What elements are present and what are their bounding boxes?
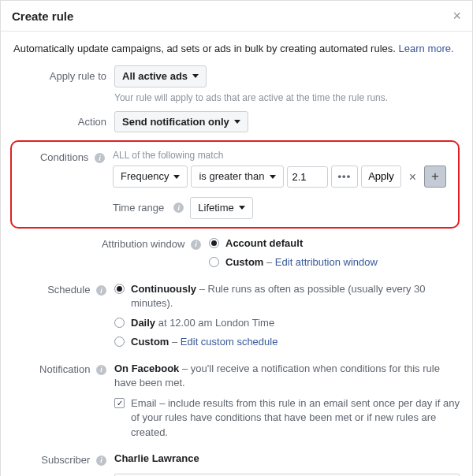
action-dropdown[interactable]: Send notification only — [114, 111, 248, 133]
attribution-opt1: Account default — [225, 236, 303, 251]
modal-header: Create rule × — [1, 1, 472, 32]
row-conditions: Conditions i ALL of the following match … — [12, 150, 452, 219]
condition-line: Frequency is greater than ••• Apply × + — [113, 165, 452, 188]
modal-body: Automatically update campaigns, ad sets … — [1, 32, 472, 476]
learn-more-link[interactable]: Learn more. — [399, 43, 454, 54]
info-icon[interactable]: i — [96, 365, 106, 375]
schedule-opt-custom[interactable]: Custom – Edit custom schedule — [114, 335, 460, 349]
attribution-opt-custom[interactable]: Custom – Edit attribution window — [209, 255, 460, 270]
apply-dropdown-value: All active ads — [122, 70, 188, 83]
caret-down-icon — [270, 175, 276, 179]
label-apply: Apply rule to — [13, 65, 114, 82]
notification-email-label: Email — [131, 397, 157, 409]
subscriber-value: Charlie Lawrance — [114, 452, 199, 464]
apply-helper: Your rule will apply to ads that are act… — [114, 92, 460, 103]
row-attribution: Attribution window i Account default Cus… — [13, 236, 460, 274]
schedule-opt-daily[interactable]: Daily at 12.00 am London Time — [114, 316, 460, 330]
apply-dropdown[interactable]: All active ads — [114, 65, 207, 87]
caret-down-icon — [239, 206, 245, 210]
attribution-opt2: Custom — [225, 256, 263, 268]
close-icon[interactable]: × — [453, 9, 461, 23]
label-notification: Notification i — [13, 362, 114, 375]
condition-operator-value: is greater than — [199, 170, 264, 183]
create-rule-modal: Create rule × Automatically update campa… — [0, 0, 473, 476]
checkbox-icon: ✓ — [114, 398, 125, 408]
edit-schedule-link[interactable]: Edit custom schedule — [181, 336, 278, 348]
field-attribution: Account default Custom – Edit attributio… — [209, 236, 460, 274]
field-apply: All active ads Your rule will apply to a… — [114, 65, 460, 103]
label-subscriber-text: Subscriber — [41, 454, 90, 466]
action-dropdown-value: Send notification only — [122, 116, 229, 128]
condition-add-button[interactable]: + — [424, 165, 446, 188]
time-range-row: Time range i Lifetime — [113, 197, 452, 219]
caret-down-icon — [173, 175, 180, 179]
modal-title: Create rule — [12, 9, 73, 23]
info-icon[interactable]: i — [96, 456, 106, 466]
edit-attribution-link[interactable]: Edit attribution window — [275, 256, 378, 268]
label-subscriber: Subscriber i — [13, 452, 114, 466]
label-action: Action — [13, 111, 114, 128]
time-range-label: Time range — [113, 202, 164, 214]
conditions-highlight: Conditions i ALL of the following match … — [10, 140, 460, 229]
condition-more-button[interactable]: ••• — [331, 165, 359, 188]
caret-down-icon — [234, 120, 240, 124]
condition-apply-button[interactable]: Apply — [361, 165, 401, 188]
label-conditions: Conditions i — [12, 150, 113, 163]
label-notification-text: Notification — [39, 363, 90, 375]
info-icon[interactable]: i — [191, 240, 201, 250]
intro-sentence: Automatically update campaigns, ad sets … — [13, 43, 396, 54]
time-range-dropdown[interactable]: Lifetime — [190, 197, 253, 219]
time-range-value: Lifetime — [198, 202, 234, 214]
info-icon[interactable]: i — [173, 203, 184, 213]
condition-field-dropdown[interactable]: Frequency — [113, 165, 188, 188]
schedule-opt-continuous[interactable]: Continuously – Rule runs as often as pos… — [114, 282, 460, 311]
field-conditions: ALL of the following match Frequency is … — [113, 150, 452, 219]
label-attribution-text: Attribution window — [102, 238, 185, 250]
schedule-opt2-desc: at 12.00 am London Time — [155, 317, 274, 329]
radio-icon — [209, 238, 219, 248]
row-subscriber: Subscriber i Charlie Lawrance — [13, 452, 460, 466]
condition-operator-dropdown[interactable]: is greater than — [191, 165, 283, 188]
attribution-opt-default[interactable]: Account default — [209, 236, 460, 251]
label-schedule-text: Schedule — [47, 284, 90, 296]
field-notification: On Facebook – you'll receive a notificat… — [114, 362, 460, 444]
conditions-header: ALL of the following match — [113, 150, 452, 161]
condition-field-value: Frequency — [121, 170, 169, 183]
radio-icon — [114, 284, 125, 294]
radio-icon — [114, 318, 125, 328]
schedule-opt2-title: Daily — [131, 317, 155, 329]
schedule-opt1-title: Continuously — [131, 283, 196, 295]
info-icon[interactable]: i — [95, 153, 105, 163]
condition-value-input[interactable] — [287, 166, 328, 188]
row-apply: Apply rule to All active ads Your rule w… — [13, 65, 460, 103]
condition-remove-icon[interactable]: × — [404, 168, 421, 186]
row-schedule: Schedule i Continuously – Rule runs as o… — [13, 282, 460, 354]
notification-email-desc: – include results from this rule in an e… — [131, 397, 460, 437]
radio-icon — [209, 257, 219, 267]
row-action: Action Send notification only — [13, 111, 460, 133]
label-conditions-text: Conditions — [40, 151, 88, 163]
row-notification: Notification i On Facebook – you'll rece… — [13, 362, 460, 444]
info-icon[interactable]: i — [96, 285, 106, 296]
label-attribution: Attribution window i — [13, 236, 209, 250]
label-schedule: Schedule i — [13, 282, 114, 296]
schedule-opt3-title: Custom — [131, 336, 169, 348]
notification-title: On Facebook — [114, 363, 179, 374]
field-action: Send notification only — [114, 111, 460, 133]
intro-text: Automatically update campaigns, ad sets … — [13, 43, 460, 54]
field-schedule: Continuously – Rule runs as often as pos… — [114, 282, 460, 354]
radio-icon — [114, 337, 125, 347]
notification-facebook: On Facebook – you'll receive a notificat… — [114, 362, 460, 390]
field-subscriber: Charlie Lawrance — [114, 452, 460, 464]
notification-email-row[interactable]: ✓ Email – include results from this rule… — [114, 396, 460, 440]
caret-down-icon — [192, 74, 199, 78]
